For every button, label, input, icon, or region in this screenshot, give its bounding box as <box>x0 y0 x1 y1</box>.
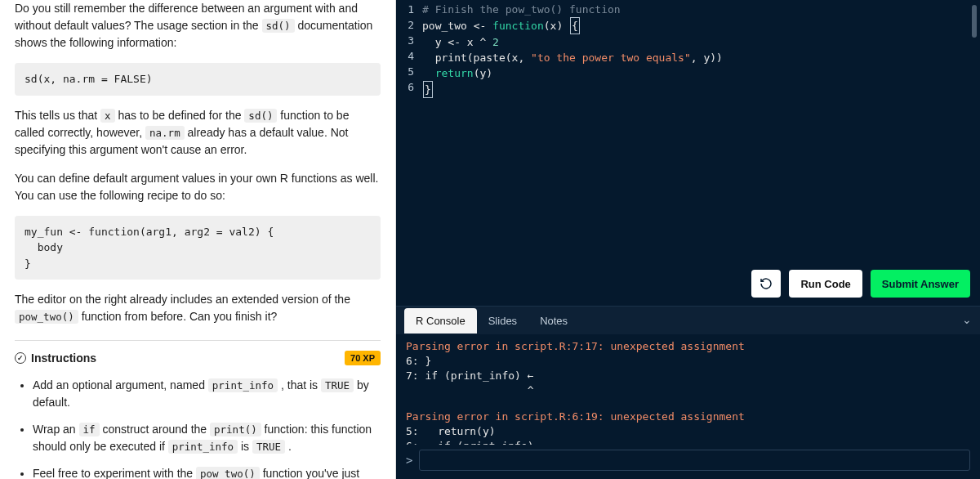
inline-code: print_info <box>208 378 278 392</box>
id-token: y <- x ^ <box>422 36 492 48</box>
code-line[interactable]: print(paste(x, "to the power two equals"… <box>422 50 980 65</box>
instructions-list: Add an optional argument, named print_in… <box>15 377 381 479</box>
inline-code: print_info <box>168 440 238 454</box>
console-line: 7: if (print_info) ← <box>406 369 970 383</box>
code-line[interactable]: # Finish the pow_two() function <box>422 2 980 17</box>
instruction-item: Add an optional argument, named print_in… <box>33 377 381 411</box>
line-number: 1 <box>404 2 414 17</box>
fn-token: function <box>486 20 543 32</box>
id-token: , y)) <box>691 51 723 64</box>
id-token: (x) <box>544 20 569 32</box>
inline-code: pow_two() <box>196 467 260 479</box>
inline-code: print() <box>210 423 261 436</box>
code-lines[interactable]: # Finish the pow_two() function pow_two … <box>422 0 980 262</box>
instruction-item: Wrap an if construct around the print() … <box>33 421 381 455</box>
console-line: ^ <box>406 383 970 398</box>
console-input-row: > <box>396 445 980 479</box>
inline-code: x <box>100 109 115 123</box>
instructions-title-text: Instructions <box>31 351 96 365</box>
console-prompt: > <box>406 454 412 467</box>
text: has to be defined for the <box>118 109 244 122</box>
code-line[interactable]: y <- x ^ 2 <box>422 34 980 50</box>
brace-token: } <box>425 83 431 96</box>
lesson-panel: Do you still remember the difference bet… <box>0 0 396 479</box>
reset-icon <box>760 277 773 290</box>
spacer <box>406 398 970 410</box>
console-area: R Console Slides Notes ⌄ Parsing error i… <box>396 306 980 479</box>
code-block-myfun: my_fun <- function(arg1, arg2 = val2) { … <box>15 216 381 280</box>
console-error-line: Parsing error in script.R:7:17: unexpect… <box>406 339 970 354</box>
action-bar: Run Code Submit Answer <box>396 262 980 306</box>
console-line: 5: return(y) <box>406 424 970 439</box>
line-gutter: 1 2 3 4 5 6 <box>396 0 422 262</box>
id-token: print(paste(x, <box>422 51 531 64</box>
cursor: { <box>570 17 580 34</box>
lesson-para-1: Do you still remember the difference bet… <box>15 0 381 51</box>
str-token: "to the power two equals" <box>531 51 691 64</box>
comment-token: # Finish the pow_two() function <box>422 3 621 16</box>
code-line[interactable]: } <box>422 81 980 98</box>
code-block-sd: sd(x, na.rm = FALSE) <box>15 63 381 96</box>
inline-code: sd() <box>262 19 295 33</box>
run-code-button[interactable]: Run Code <box>789 270 862 298</box>
lesson-para-2: This tells us that x has to be defined f… <box>15 107 381 159</box>
line-number: 3 <box>404 33 414 48</box>
inline-code: TRUE <box>321 378 354 392</box>
divider <box>15 340 381 341</box>
id-token <box>422 67 435 79</box>
fn-token: return <box>435 67 474 79</box>
text: This tells us that <box>15 109 100 122</box>
text: is <box>241 440 252 453</box>
inline-code: TRUE <box>252 440 285 454</box>
id-token: (y) <box>474 67 492 79</box>
id-token: pow_two <box>422 20 474 32</box>
code-panel: 1 2 3 4 5 6 # Finish the pow_two() funct… <box>396 0 980 479</box>
line-number: 5 <box>404 64 414 79</box>
console-error-line: Parsing error in script.R:6:19: unexpect… <box>406 410 970 424</box>
inline-code: sd() <box>244 109 277 123</box>
instructions-title: ✓ Instructions <box>15 351 96 365</box>
instructions-header: ✓ Instructions 70 XP <box>15 351 381 365</box>
inline-code: na.rm <box>145 126 185 140</box>
submit-answer-button[interactable]: Submit Answer <box>871 270 970 298</box>
chevron-down-icon[interactable]: ⌄ <box>962 313 972 326</box>
line-number: 6 <box>404 79 414 95</box>
tab-slides[interactable]: Slides <box>477 308 528 334</box>
scrollbar-thumb[interactable] <box>972 5 977 38</box>
code-editor[interactable]: 1 2 3 4 5 6 # Finish the pow_two() funct… <box>396 0 980 262</box>
console-input[interactable] <box>419 450 970 471</box>
text: The editor on the right already includes… <box>15 293 350 306</box>
cursor: } <box>423 81 433 98</box>
console-tabs: R Console Slides Notes ⌄ <box>396 307 980 334</box>
num-token: 2 <box>492 36 499 48</box>
reset-button[interactable] <box>751 270 781 298</box>
code-line[interactable]: return(y) <box>422 65 980 81</box>
tab-notes[interactable]: Notes <box>528 308 579 334</box>
line-number: 2 <box>404 17 414 33</box>
op-token: <- <box>474 20 487 32</box>
xp-badge: 70 XP <box>345 351 381 365</box>
lesson-para-4: The editor on the right already includes… <box>15 291 381 325</box>
text: Feel free to experiment with the <box>33 467 196 479</box>
instruction-item: Feel free to experiment with the pow_two… <box>33 465 381 479</box>
brace-token: { <box>572 20 578 32</box>
inline-code: pow_two() <box>15 310 78 324</box>
console-line: 6: } <box>406 354 970 369</box>
tab-r-console[interactable]: R Console <box>404 308 477 334</box>
console-output[interactable]: Parsing error in script.R:7:17: unexpect… <box>396 334 980 445</box>
console-line: 6: if (print_info) ← <box>406 439 970 445</box>
line-number: 4 <box>404 48 414 64</box>
text: Add an optional argument, named <box>33 378 208 392</box>
check-circle-icon: ✓ <box>15 352 26 364</box>
text: . <box>288 440 292 453</box>
text: construct around the <box>103 423 211 436</box>
text: function from before. Can you finish it? <box>82 310 278 323</box>
lesson-para-3: You can define default argument values i… <box>15 170 381 204</box>
text: , that is <box>281 378 321 392</box>
code-line[interactable]: pow_two <- function(x) { <box>422 17 980 34</box>
inline-code: if <box>79 423 100 436</box>
text: Wrap an <box>33 423 79 436</box>
